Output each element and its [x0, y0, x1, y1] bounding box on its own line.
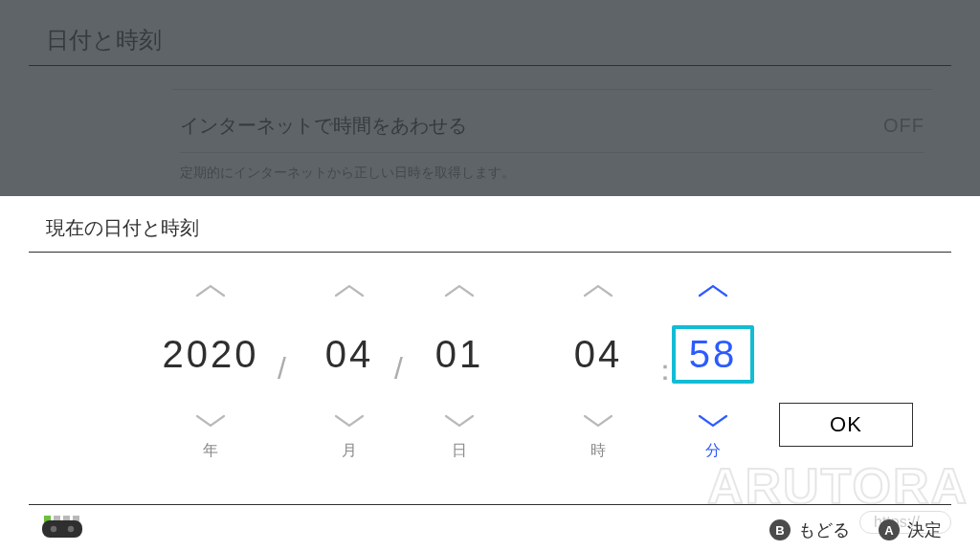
hour-up-button[interactable]	[582, 282, 614, 299]
hour-value[interactable]: 04	[563, 327, 635, 382]
month-unit: 月	[297, 441, 402, 461]
picker-col-year: 2020 年	[148, 255, 273, 461]
datetime-modal: 現在の日付と時刻 2020 年 / 04	[0, 196, 980, 551]
month-value[interactable]: 04	[314, 327, 386, 382]
date-separator-icon: /	[394, 351, 403, 386]
a-button-icon: A	[879, 519, 900, 540]
hour-unit: 時	[546, 441, 651, 461]
minute-unit: 分	[660, 441, 766, 461]
year-value[interactable]: 2020	[151, 327, 271, 382]
svg-point-0	[51, 526, 56, 532]
picker-col-day: 01 日	[407, 255, 512, 461]
minute-up-button[interactable]	[697, 282, 729, 299]
hint-confirm[interactable]: A 決定	[879, 518, 942, 541]
day-value[interactable]: 01	[424, 327, 496, 382]
modal-title: 現在の日付と時刻	[46, 215, 199, 241]
datetime-picker: 2020 年 / 04 月 /	[0, 255, 980, 494]
picker-col-month: 04 月	[297, 255, 402, 461]
month-up-button[interactable]	[333, 282, 366, 299]
day-up-button[interactable]	[443, 282, 476, 299]
day-unit: 日	[407, 441, 512, 461]
minute-down-button[interactable]	[697, 412, 729, 430]
month-down-button[interactable]	[333, 412, 366, 430]
year-unit: 年	[148, 441, 273, 461]
b-button-icon: B	[769, 519, 791, 540]
bottom-bar: B もどる A 決定	[0, 505, 980, 551]
hour-down-button[interactable]	[582, 412, 614, 430]
ok-button-label: OK	[830, 412, 862, 437]
controller-icon	[42, 511, 82, 545]
divider	[29, 252, 951, 253]
date-separator-icon: /	[278, 351, 286, 386]
picker-col-hour: 04 時	[546, 255, 651, 461]
ok-button[interactable]: OK	[779, 403, 913, 447]
svg-point-1	[68, 526, 74, 532]
minute-value[interactable]: 58	[672, 325, 755, 384]
picker-col-minute: 58 分	[660, 255, 766, 461]
year-up-button[interactable]	[194, 282, 227, 299]
day-down-button[interactable]	[443, 412, 476, 430]
hint-back[interactable]: B もどる	[769, 518, 850, 541]
year-down-button[interactable]	[194, 412, 227, 430]
hint-confirm-label: 決定	[907, 518, 942, 541]
hint-back-label: もどる	[798, 518, 850, 541]
